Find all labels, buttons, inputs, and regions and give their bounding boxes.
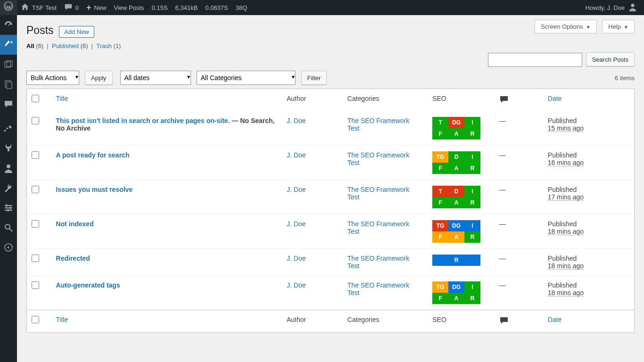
seo-cell[interactable]: F bbox=[432, 231, 448, 243]
seo-cell[interactable]: DG bbox=[448, 281, 464, 293]
col-date-f[interactable]: Date bbox=[548, 316, 562, 323]
row-checkbox[interactable] bbox=[32, 255, 39, 262]
search-button[interactable]: Search Posts bbox=[586, 52, 635, 66]
view-posts[interactable]: View Posts bbox=[110, 0, 148, 15]
select-all-checkbox-bottom[interactable] bbox=[32, 316, 39, 323]
wp-logo[interactable] bbox=[0, 0, 17, 15]
my-account[interactable]: Howdy, J. Doe bbox=[581, 0, 641, 15]
author-link[interactable]: J. Doe bbox=[287, 186, 305, 193]
author-link[interactable]: J. Doe bbox=[287, 220, 305, 228]
seo-cell[interactable]: I bbox=[464, 281, 480, 293]
seo-cell[interactable]: D bbox=[448, 186, 464, 197]
seo-cell[interactable]: F bbox=[432, 128, 448, 140]
category-link[interactable]: The SEO Framework Test bbox=[347, 281, 409, 296]
category-link[interactable]: The SEO Framework Test bbox=[347, 220, 409, 235]
col-date[interactable]: Date bbox=[548, 95, 562, 102]
menu-comments[interactable] bbox=[0, 94, 17, 114]
menu-appearance[interactable] bbox=[0, 119, 17, 139]
author-link[interactable]: J. Doe bbox=[287, 281, 305, 289]
seo-cell[interactable]: I bbox=[464, 151, 480, 163]
seo-cell[interactable]: T bbox=[432, 186, 448, 197]
seo-cell[interactable]: R bbox=[464, 197, 480, 208]
row-checkbox[interactable] bbox=[32, 117, 39, 124]
col-title-f[interactable]: Title bbox=[56, 316, 68, 323]
col-title[interactable]: Title bbox=[56, 95, 68, 102]
seo-cell[interactable]: A bbox=[448, 231, 464, 243]
seo-cell[interactable]: F bbox=[432, 293, 448, 304]
menu-settings[interactable] bbox=[0, 198, 17, 218]
menu-seo[interactable] bbox=[0, 218, 17, 238]
stat-4[interactable]: 38Q bbox=[232, 0, 251, 15]
menu-plugins[interactable] bbox=[0, 139, 17, 158]
category-link[interactable]: The SEO Framework Test bbox=[347, 255, 409, 270]
apply-button[interactable]: Apply bbox=[85, 71, 113, 85]
seo-cell[interactable]: TG bbox=[432, 281, 448, 293]
greeting-label: Howdy, J. Doe bbox=[585, 4, 625, 11]
svg-rect-5 bbox=[7, 82, 12, 89]
site-name-label: TSF Test bbox=[32, 4, 57, 11]
seo-cell[interactable]: I bbox=[464, 220, 480, 231]
author-link[interactable]: J. Doe bbox=[287, 255, 305, 262]
view-all[interactable]: All bbox=[26, 42, 34, 49]
seo-cell[interactable]: T bbox=[432, 117, 448, 128]
category-filter-select[interactable]: All Categories bbox=[197, 71, 296, 85]
post-title-link[interactable]: Redirected bbox=[56, 255, 90, 262]
author-link[interactable]: J. Doe bbox=[287, 117, 305, 124]
stat-3[interactable]: 0.0637S bbox=[201, 0, 231, 15]
bulk-actions-select[interactable]: Bulk Actions bbox=[26, 71, 79, 85]
seo-cell[interactable]: I bbox=[464, 186, 480, 197]
select-all-checkbox[interactable] bbox=[32, 95, 39, 102]
view-published[interactable]: Published bbox=[52, 42, 79, 49]
new-content[interactable]: + New bbox=[83, 0, 110, 15]
menu-users[interactable] bbox=[0, 158, 17, 178]
row-checkbox[interactable] bbox=[32, 186, 39, 193]
menu-collapse[interactable] bbox=[0, 238, 17, 257]
filter-button[interactable]: Filter bbox=[301, 71, 327, 85]
menu-posts[interactable] bbox=[0, 35, 17, 55]
seo-cell[interactable]: A bbox=[448, 163, 464, 174]
author-link[interactable]: J. Doe bbox=[287, 151, 305, 159]
stat-1[interactable]: 0.15S bbox=[148, 0, 172, 15]
category-link[interactable]: The SEO Framework Test bbox=[347, 186, 409, 201]
site-name[interactable]: TSF Test bbox=[17, 0, 60, 15]
row-checkbox[interactable] bbox=[32, 151, 39, 159]
seo-cell[interactable]: F bbox=[432, 197, 448, 208]
category-link[interactable]: The SEO Framework Test bbox=[347, 117, 409, 132]
post-title-link[interactable]: Not indexed bbox=[56, 220, 94, 228]
comments-count[interactable]: 0 bbox=[60, 0, 83, 15]
post-title-link[interactable]: A post ready for search bbox=[56, 151, 130, 159]
row-checkbox[interactable] bbox=[32, 281, 39, 289]
menu-dashboard[interactable] bbox=[0, 15, 17, 35]
seo-cell[interactable]: R bbox=[432, 255, 480, 266]
svg-rect-12 bbox=[8, 209, 8, 212]
post-title-link[interactable]: Issues you must resolve bbox=[56, 186, 133, 193]
menu-pages[interactable] bbox=[0, 74, 17, 94]
row-checkbox[interactable] bbox=[32, 220, 39, 228]
seo-cell[interactable]: TG bbox=[432, 151, 448, 163]
seo-cell[interactable]: R bbox=[464, 128, 480, 140]
seo-cell[interactable]: R bbox=[464, 231, 480, 243]
seo-cell[interactable]: I bbox=[464, 117, 480, 128]
seo-cell[interactable]: DG bbox=[448, 220, 464, 231]
seo-cell[interactable]: A bbox=[448, 128, 464, 140]
seo-cell[interactable]: D bbox=[448, 151, 464, 163]
seo-cell[interactable]: R bbox=[464, 293, 480, 304]
seo-cell[interactable]: TG bbox=[432, 220, 448, 231]
seo-cell[interactable]: R bbox=[464, 163, 480, 174]
seo-cell[interactable]: F bbox=[432, 163, 448, 174]
screen-options-button[interactable]: Screen Options▼ bbox=[535, 20, 597, 33]
view-trash[interactable]: Trash bbox=[96, 42, 112, 49]
post-title-link[interactable]: This post isn't listed in search or arch… bbox=[56, 117, 230, 124]
search-input[interactable] bbox=[488, 53, 582, 67]
seo-cell[interactable]: A bbox=[448, 293, 464, 304]
help-button[interactable]: Help▼ bbox=[602, 20, 635, 33]
category-link[interactable]: The SEO Framework Test bbox=[347, 151, 409, 166]
menu-media[interactable] bbox=[0, 55, 17, 74]
add-new-button[interactable]: Add New bbox=[59, 26, 94, 38]
menu-tools[interactable] bbox=[0, 178, 17, 198]
stat-2[interactable]: 6,341kB bbox=[172, 0, 202, 15]
seo-cell[interactable]: A bbox=[448, 197, 464, 208]
post-title-link[interactable]: Auto-generated tags bbox=[56, 281, 120, 289]
seo-cell[interactable]: DG bbox=[448, 117, 464, 128]
date-filter-select[interactable]: All dates bbox=[120, 71, 191, 85]
